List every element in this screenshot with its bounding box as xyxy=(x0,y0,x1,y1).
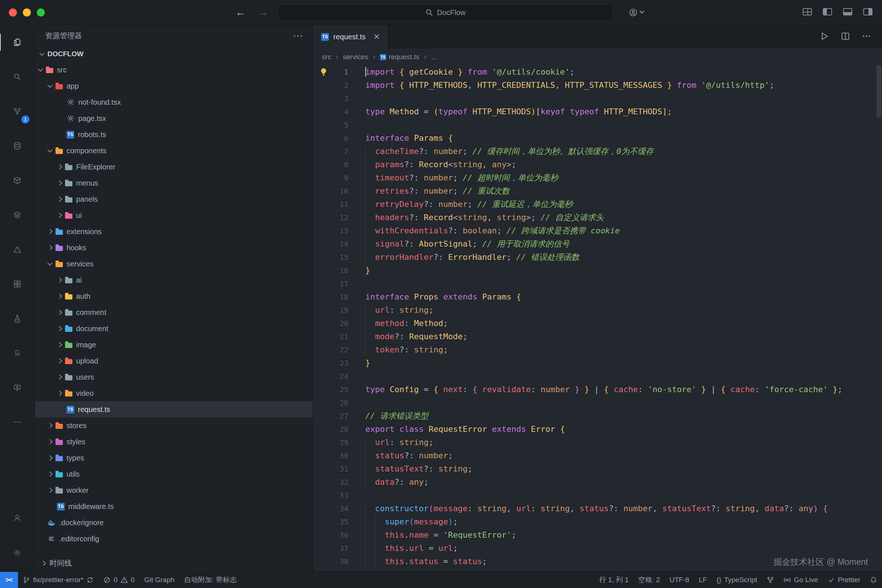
activity-more-views[interactable] xyxy=(0,405,34,440)
breadcrumb-item[interactable]: … xyxy=(431,53,438,61)
activity-accounts[interactable] xyxy=(0,501,34,536)
more-actions-icon[interactable]: ⋯ xyxy=(293,30,303,42)
status-encoding[interactable]: UTF-8 xyxy=(665,572,694,588)
activity-layers[interactable] xyxy=(0,198,34,232)
command-center[interactable]: DocFlow xyxy=(278,4,613,21)
run-button[interactable] xyxy=(820,32,829,42)
tree-item-not-found-tsx[interactable]: not-found.tsx xyxy=(35,94,313,110)
tree-item-src[interactable]: src xyxy=(35,62,313,78)
account-menu[interactable] xyxy=(629,9,644,16)
status-notifications[interactable] xyxy=(865,572,882,588)
tree-item-panels[interactable]: panels xyxy=(35,191,313,207)
close-icon[interactable]: × xyxy=(374,32,380,42)
tree-item-users[interactable]: users xyxy=(35,369,313,385)
code-line[interactable]: 25type Config = { next: { revalidate: nu… xyxy=(313,383,882,396)
code-line[interactable]: 24 xyxy=(313,370,882,383)
status-language[interactable]: {}TypeScript xyxy=(712,572,762,588)
tree-item-video[interactable]: video xyxy=(35,385,313,401)
code-line[interactable]: 23} xyxy=(313,357,882,370)
code-line[interactable]: 16} xyxy=(313,264,882,277)
tree-item-components[interactable]: components xyxy=(35,142,313,159)
tree-item-ai[interactable]: ai xyxy=(35,272,313,288)
status-remote[interactable]: >< xyxy=(0,572,18,588)
tree-item-app[interactable]: app xyxy=(35,78,313,94)
code-line[interactable]: 18interface Props extends Params { xyxy=(313,290,882,303)
tree-item-request-ts[interactable]: TSrequest.ts xyxy=(35,401,313,417)
code-line[interactable]: 5 xyxy=(313,118,882,132)
status-prettier[interactable]: Prettier xyxy=(823,572,865,588)
tree-item-services[interactable]: services xyxy=(35,256,313,272)
code-line[interactable]: 26 xyxy=(313,396,882,410)
window-zoom-button[interactable] xyxy=(37,9,45,16)
status-branch[interactable]: fix/prettier-error* xyxy=(18,572,99,588)
code-line[interactable]: 19 url: string; xyxy=(313,303,882,317)
tree-item-document[interactable]: document xyxy=(35,321,313,337)
code-line[interactable]: 9 timeout?: number; // 超时时间，单位为毫秒 xyxy=(313,171,882,184)
timeline-section[interactable]: 时间线 xyxy=(35,555,313,572)
toggle-panel-button[interactable] xyxy=(843,8,852,17)
code-line[interactable]: 33 xyxy=(313,489,882,502)
code-line[interactable]: 20 method: Method; xyxy=(313,317,882,330)
tree-item-robots-ts[interactable]: TSrobots.ts xyxy=(35,126,313,142)
tree-item-ui[interactable]: ui xyxy=(35,207,313,224)
tab-request-ts[interactable]: TSrequest.ts× xyxy=(313,25,388,48)
code-line[interactable]: 36 this.name = 'RequestError'; xyxy=(313,528,882,542)
code-editor[interactable]: 1import { getCookie } from '@/utils/cook… xyxy=(313,65,882,572)
code-line[interactable]: 31 statusText?: string; xyxy=(313,462,882,476)
code-line[interactable]: 37 this.url = url; xyxy=(313,542,882,555)
activity-docker[interactable] xyxy=(0,163,34,198)
tree-item-hooks[interactable]: hooks xyxy=(35,240,313,256)
tree-item-worker[interactable]: worker xyxy=(35,482,313,498)
scrollbar[interactable] xyxy=(876,65,881,572)
scrollbar-thumb[interactable] xyxy=(876,65,881,117)
forward-button[interactable]: → xyxy=(258,7,268,18)
code-line[interactable]: 3 xyxy=(313,92,882,105)
code-line[interactable]: 14 signal?: AbortSignal; // 用于取消请求的信号 xyxy=(313,237,882,250)
code-line[interactable]: 10 retries?: number; // 重试次数 xyxy=(313,184,882,198)
code-line[interactable]: 22 token?: string; xyxy=(313,343,882,357)
status-go-live[interactable]: Go Live xyxy=(779,572,822,588)
code-line[interactable]: 4type Method = (typeof HTTP_METHODS)[key… xyxy=(313,105,882,118)
tree-item-utils[interactable]: utils xyxy=(35,466,313,482)
activity-ai-assistant[interactable] xyxy=(0,336,34,370)
code-line[interactable]: 28export class RequestError extends Erro… xyxy=(313,423,882,436)
activity-search[interactable] xyxy=(0,60,34,94)
more-actions-button[interactable] xyxy=(862,32,871,42)
code-line[interactable]: 27// 请求错误类型 xyxy=(313,410,882,423)
breadcrumb-item[interactable]: services xyxy=(343,53,369,61)
tree-item-editorconfig[interactable]: .editorconfig xyxy=(35,531,313,547)
tree-item-extensions[interactable]: extensions xyxy=(35,224,313,240)
code-line[interactable]: 11 retryDelay?: number; // 重试延迟，单位为毫秒 xyxy=(313,198,882,211)
breadcrumb-item[interactable]: src xyxy=(322,53,331,61)
code-line[interactable]: 2import { HTTP_METHODS, HTTP_CREDENTIALS… xyxy=(313,79,882,92)
activity-live-preview[interactable] xyxy=(0,370,34,405)
tree-item-fileexplorer[interactable]: FileExplorer xyxy=(35,159,313,175)
tree-item-styles[interactable]: styles xyxy=(35,434,313,450)
status-cursor-position[interactable]: 行 1, 列 1 xyxy=(594,572,633,588)
code-line[interactable]: 17 xyxy=(313,277,882,290)
status-eol[interactable]: LF xyxy=(694,572,712,588)
customize-layout-button[interactable] xyxy=(802,8,812,17)
code-line[interactable]: 1import { getCookie } from '@/utils/cook… xyxy=(313,65,882,79)
code-line[interactable]: 34 constructor(message: string, url: str… xyxy=(313,502,882,515)
split-editor-button[interactable] xyxy=(841,32,850,42)
code-line[interactable]: 7 cacheTime?: number; // 缓存时间，单位为秒。默认强缓存… xyxy=(313,145,882,158)
activity-deploy[interactable] xyxy=(0,232,34,267)
status-git-graph[interactable]: Git Graph xyxy=(139,572,179,588)
status-extension-network[interactable] xyxy=(762,572,779,588)
tree-item-types[interactable]: types xyxy=(35,450,313,466)
tree-item-stores[interactable]: stores xyxy=(35,417,313,434)
code-line[interactable]: 21 mode?: RequestMode; xyxy=(313,330,882,343)
status-indentation[interactable]: 空格: 2 xyxy=(634,572,665,588)
activity-settings[interactable] xyxy=(0,536,34,570)
status-auto-attach[interactable]: 自动附加: 带标志 xyxy=(179,572,242,588)
tree-item-page-tsx[interactable]: page.tsx xyxy=(35,110,313,126)
code-line[interactable]: 29 url: string; xyxy=(313,436,882,449)
activity-testing[interactable] xyxy=(0,302,34,336)
toggle-primary-sidebar-button[interactable] xyxy=(823,8,832,17)
code-line[interactable]: 30 status?: number; xyxy=(313,449,882,462)
window-minimize-button[interactable] xyxy=(23,9,31,16)
activity-source-control[interactable]: 1 xyxy=(0,94,34,129)
tree-item-dockerignore[interactable]: .dockerignore xyxy=(35,514,313,531)
code-line[interactable]: 32 data?: any; xyxy=(313,476,882,489)
